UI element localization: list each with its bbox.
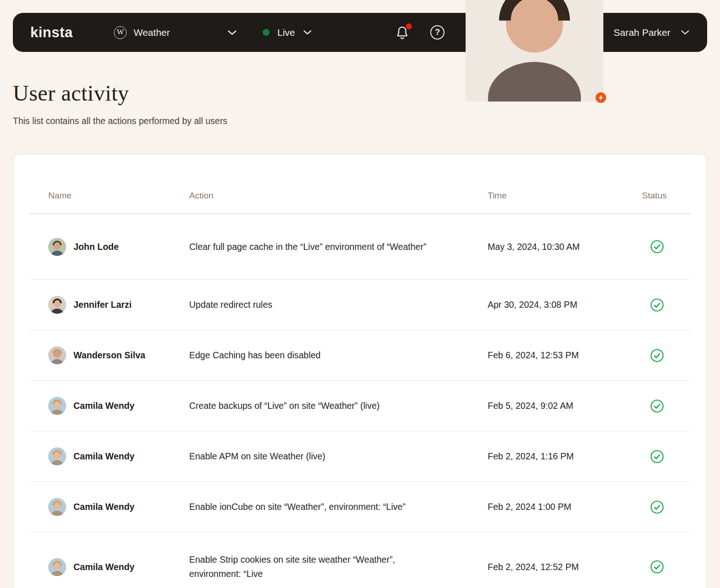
table-row: Camila Wendy Enable ionCube on site “Wea… [30,482,690,532]
user-name: Sarah Parker [613,27,670,38]
time-cell: Feb 2, 2024, 12:52 PM [488,562,642,572]
top-navbar: kinsta W Weather Live ? [13,13,707,52]
status-cell [642,298,690,312]
notifications-button[interactable] [395,25,409,40]
time-cell: Feb 2, 2024, 1:16 PM [488,451,642,462]
status-success-icon [650,450,664,464]
activity-card: Name Action Time Status John Lode Clear … [13,154,707,588]
question-mark-icon: ? [435,28,440,37]
user-avatar [48,447,66,465]
user-avatar-nav [466,0,603,102]
name-cell: Jennifer Larzi [30,296,189,314]
time-cell: Apr 30, 2024, 3:08 PM [488,300,642,310]
status-cell [642,399,690,413]
column-header-action: Action [189,191,488,201]
user-name-text: Camila Wendy [73,401,135,411]
user-menu[interactable]: Sarah Parker [466,0,690,102]
name-cell: Camila Wendy [30,397,189,415]
name-cell: Camila Wendy [30,498,189,516]
status-success-icon [650,298,664,312]
column-header-name: Name [30,191,189,201]
user-name-text: Jennifer Larzi [73,300,132,310]
name-cell: Wanderson Silva [30,346,189,364]
table-row: Camila Wendy Enable Strip cookies on sit… [30,532,690,588]
status-success-icon [650,240,664,254]
table-row: Wanderson Silva Edge Caching has been di… [30,330,690,381]
user-avatar [48,397,66,415]
column-header-time: Time [488,191,642,201]
user-avatar [48,558,66,576]
user-avatar [48,238,66,256]
action-cell: Edge Caching has been disabled [189,348,449,362]
table-row: Jennifer Larzi Update redirect rules Apr… [30,280,690,330]
page-subtitle: This list contains all the actions perfo… [13,116,707,126]
status-cell [642,560,690,574]
user-name-text: John Lode [73,242,119,252]
table-row: Camila Wendy Enable APM on site Weather … [30,431,690,482]
chevron-down-icon [303,30,312,35]
status-cell [642,450,690,464]
chevron-down-icon [681,30,690,35]
user-name-text: Camila Wendy [73,502,135,512]
action-cell: Enable APM on site Weather (live) [189,449,449,464]
status-success-icon [650,560,664,574]
help-button[interactable]: ? [430,25,444,40]
kinsta-logo: kinsta [30,24,78,41]
notification-badge [406,23,412,29]
user-avatar [48,498,66,516]
action-cell: Update redirect rules [189,298,449,312]
table-header-row: Name Action Time Status [30,154,690,214]
status-cell [642,240,690,254]
status-success-icon [650,399,664,413]
name-cell: Camila Wendy [30,558,189,576]
environment-selector[interactable]: Live [263,27,312,38]
navbar-right-group: ? Sarah Parker [395,0,690,102]
chevron-down-icon [227,30,237,35]
status-success-icon [650,500,664,514]
user-name-text: Wanderson Silva [73,350,145,361]
wordpress-icon: W [114,26,127,39]
site-selector-label: Weather [134,27,170,38]
user-avatar [48,296,66,314]
name-cell: John Lode [30,238,189,256]
time-cell: Feb 5, 2024, 9:02 AM [488,401,642,411]
user-name-text: Camila Wendy [73,451,135,462]
live-status-dot-icon [263,29,270,36]
time-cell: Feb 2, 2024 1:00 PM [488,502,642,512]
activity-table-body: John Lode Clear full page cache in the “… [30,214,690,588]
status-cell [642,349,690,362]
environment-selector-label: Live [277,27,295,38]
time-cell: Feb 6, 2024, 12:53 PM [488,350,642,361]
status-cell [642,500,690,514]
action-cell: Clear full page cache in the “Live” envi… [189,240,449,254]
table-row: Camila Wendy Create backups of “Live” on… [30,381,690,431]
lightning-badge-icon [596,92,606,103]
action-cell: Enable Strip cookies on site site weathe… [189,553,449,581]
user-avatar [48,346,66,364]
user-name-text: Camila Wendy [73,562,135,572]
time-cell: May 3, 2024, 10:30 AM [488,242,642,252]
action-cell: Enable ionCube on site “Weather”, enviro… [189,500,449,514]
action-cell: Create backups of “Live” on site “Weathe… [189,399,449,413]
status-success-icon [650,349,664,362]
column-header-status: Status [642,191,690,201]
name-cell: Camila Wendy [30,447,189,465]
site-selector[interactable]: W Weather [114,26,237,39]
table-row: John Lode Clear full page cache in the “… [30,214,690,280]
